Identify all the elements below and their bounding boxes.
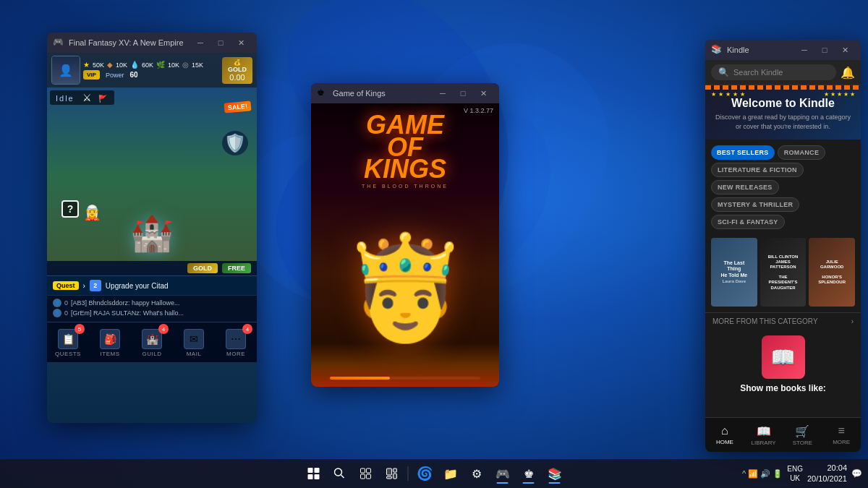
tray-icons: ^ 📶 🔊 🔋 xyxy=(742,469,783,479)
taskbar-date-display: 20/10/2021 xyxy=(807,474,847,484)
kindle-titlebar: 📚 Kindle ─ □ ✕ xyxy=(705,40,861,60)
taskbar-gok-button[interactable]: ♚ xyxy=(517,462,540,485)
kindle-content: 🔍 Search Kindle 🔔 ★ ★ ★ ★ ★ ★ ★ ★ ★ ★ We xyxy=(705,60,861,452)
ff-items-icon: 🎒 xyxy=(100,329,120,349)
ff-close-button[interactable]: ✕ xyxy=(231,35,251,50)
taskbar-settings-button[interactable]: ⚙ xyxy=(465,462,488,485)
kindle-book-heart-icon[interactable]: 📖 xyxy=(762,335,805,379)
kindle-nav-library[interactable]: 📖 LIBRARY xyxy=(744,418,783,452)
kindle-search-box[interactable]: 🔍 Search Kindle xyxy=(711,64,836,80)
ff-nav-mail[interactable]: ✉ MAIL xyxy=(173,322,215,362)
taskbar: 🌀 📁 ⚙ 🎮 ♚ 📚 ^ 📶 🔊 🔋 ENG UK 20:04 20/10/2… xyxy=(0,459,868,488)
ff-chat-icon-2: 👤 xyxy=(53,309,61,317)
kindle-star-3: ★ xyxy=(726,91,731,98)
kindle-star-r1: ★ xyxy=(824,91,829,98)
kindle-nav-home[interactable]: ⌂ HOME xyxy=(705,418,744,452)
kindle-cat-romance[interactable]: ROMANCE xyxy=(778,145,826,160)
kindle-star-r2: ★ xyxy=(830,91,835,98)
ff-power-value: 60 xyxy=(129,71,137,79)
ff-map[interactable]: Idle ⚔ 🚩 SALE! 🏰 ? 🧝 🛡️ xyxy=(47,87,257,261)
gok-maximize-button[interactable]: □ xyxy=(453,86,473,100)
gok-game-logo: GAME OF KINGS xyxy=(362,114,448,181)
svg-rect-3 xyxy=(361,468,365,473)
taskbar-search-button[interactable] xyxy=(328,462,352,485)
kindle-book-2[interactable]: BILL CLINTONJAMES PATTERSONTHEPRESIDENT'… xyxy=(760,238,807,307)
kindle-window-controls: ─ □ ✕ xyxy=(794,43,855,57)
ff-nav-guild[interactable]: 4 🏰 GUILD xyxy=(131,322,173,362)
kindle-minimize-button[interactable]: ─ xyxy=(794,43,814,57)
kindle-cat-best-sellers[interactable]: BEST SELLERS xyxy=(711,145,775,160)
ff-minimize-button[interactable]: ─ xyxy=(190,35,210,50)
tray-battery-icon[interactable]: 🔋 xyxy=(773,469,783,479)
taskbar-clock[interactable]: 20:04 20/10/2021 xyxy=(807,463,847,485)
taskbar-start-button[interactable] xyxy=(302,462,326,485)
ff-resources-row1: ★ 50K ◆ 10K 💧 60K 🌿 10K ◎ 15K xyxy=(83,61,219,69)
ff-gold-display: 💰 GOLD 0.00 xyxy=(222,57,252,84)
kindle-more-chevron-icon: › xyxy=(851,317,854,325)
kindle-star-r5: ★ xyxy=(850,91,855,98)
kindle-book-1[interactable]: The LastThingHe Told MeLaura Dave xyxy=(711,238,757,307)
ff-guild-label: GUILD xyxy=(142,351,162,357)
kindle-titlebar-title: Kindle xyxy=(727,46,749,54)
notification-center-icon[interactable]: 💬 xyxy=(851,468,862,479)
taskbar-kindle-button[interactable]: 📚 xyxy=(543,462,566,485)
ff-unknown-icon[interactable]: ? xyxy=(61,200,79,218)
ff-chat-message-2: [GrEm] RAJA SULTANz: What's hallo... xyxy=(71,309,184,317)
kindle-star-1: ★ xyxy=(711,91,716,98)
ff-castle-icon: 🏰 xyxy=(130,213,174,254)
ff-maximize-button[interactable]: □ xyxy=(210,35,231,50)
gok-title-area: GAME OF KINGS THE BLOOD THRONE xyxy=(362,103,448,192)
kindle-cat-scifi[interactable]: SCI-FI & FANTASY xyxy=(711,215,785,229)
svg-rect-10 xyxy=(387,476,392,479)
tray-chevron-icon[interactable]: ^ xyxy=(742,469,746,478)
ff-gold-icon: 💰 xyxy=(228,59,247,66)
widgets-icon xyxy=(386,468,398,479)
kindle-cat-literature[interactable]: LITERATURE & FICTION xyxy=(711,163,804,177)
language-indicator[interactable]: ENG UK xyxy=(787,464,803,483)
svg-rect-9 xyxy=(393,474,397,479)
ff-nav-quests[interactable]: 5 📋 QUESTS xyxy=(47,322,89,362)
taskbar-widgets-button[interactable] xyxy=(380,462,404,485)
kindle-cat-new-releases[interactable]: NEW RELEASES xyxy=(711,180,779,194)
taskbar-taskview-button[interactable] xyxy=(354,462,378,485)
ff-titlebar: 🎮 Final Fantasy XV: A New Empire ─ □ ✕ xyxy=(47,33,257,53)
kindle-store-icon: 🛒 xyxy=(795,424,809,438)
ff-sale-badge[interactable]: SALE! xyxy=(224,100,251,113)
kindle-star-r3: ★ xyxy=(837,91,842,98)
ff-resource-1: 50K xyxy=(93,61,104,69)
gok-minimize-button[interactable]: ─ xyxy=(433,86,453,100)
kindle-nav-store[interactable]: 🛒 STORE xyxy=(783,418,822,452)
ff-quest-label: Quest xyxy=(53,281,79,290)
kindle-notification-icon[interactable]: 🔔 xyxy=(841,66,855,80)
kindle-book-3[interactable]: JULIEGARWOODHONOR'SSPLENDOUR xyxy=(809,238,855,307)
kindle-titlebar-icon: 📚 xyxy=(711,44,723,56)
taskbar-explorer-button[interactable]: 📁 xyxy=(439,462,462,485)
taskbar-ff-button[interactable]: 🎮 xyxy=(491,462,514,485)
kindle-window: 📚 Kindle ─ □ ✕ 🔍 Search Kindle 🔔 ★ ★ ★ ★ xyxy=(705,40,861,452)
ff-promo-gold-button[interactable]: GOLD xyxy=(187,263,218,273)
ff-promo-bar: GOLD FREE xyxy=(47,261,257,275)
taskbar-center: 🌀 📁 ⚙ 🎮 ♚ 📚 xyxy=(302,462,566,485)
ff-shield-icon[interactable]: 🛡️ xyxy=(222,131,248,155)
kindle-close-button[interactable]: ✕ xyxy=(835,43,855,57)
kindle-cat-mystery[interactable]: MYSTERY & THRILLER xyxy=(711,197,799,212)
ff-quest-bar[interactable]: Quest › 2 Upgrade your Citad xyxy=(47,275,257,295)
kindle-star-r4: ★ xyxy=(843,91,848,98)
gok-close-button[interactable]: ✕ xyxy=(473,86,493,100)
ff-nav-more[interactable]: 4 ⋯ MORE xyxy=(215,322,257,362)
ff-promo-free-button[interactable]: FREE xyxy=(222,263,251,273)
tray-volume-icon[interactable]: 🔊 xyxy=(760,469,770,479)
kindle-more-category-label: MORE FROM THIS CATEGORY xyxy=(712,317,818,325)
svg-rect-8 xyxy=(393,468,397,472)
ff-quest-arrow: › xyxy=(83,282,85,290)
ff-nav-items[interactable]: 🎒 ITEMS xyxy=(89,322,131,362)
tray-network-icon[interactable]: 📶 xyxy=(748,469,758,479)
ff-resource-2: 10K xyxy=(116,61,127,69)
taskbar-edge-button[interactable]: 🌀 xyxy=(413,462,436,485)
kindle-book-3-cover: JULIEGARWOODHONOR'SSPLENDOUR xyxy=(809,238,855,307)
kindle-search-icon: 🔍 xyxy=(718,67,729,77)
gok-game-content[interactable]: V 1.3.2.77 GAME OF KINGS THE BLOOD THRON… xyxy=(311,103,499,387)
kindle-nav-more[interactable]: ≡ MORE xyxy=(822,418,861,452)
kindle-maximize-button[interactable]: □ xyxy=(814,43,835,57)
kindle-more-category-link[interactable]: MORE FROM THIS CATEGORY › xyxy=(705,312,861,330)
